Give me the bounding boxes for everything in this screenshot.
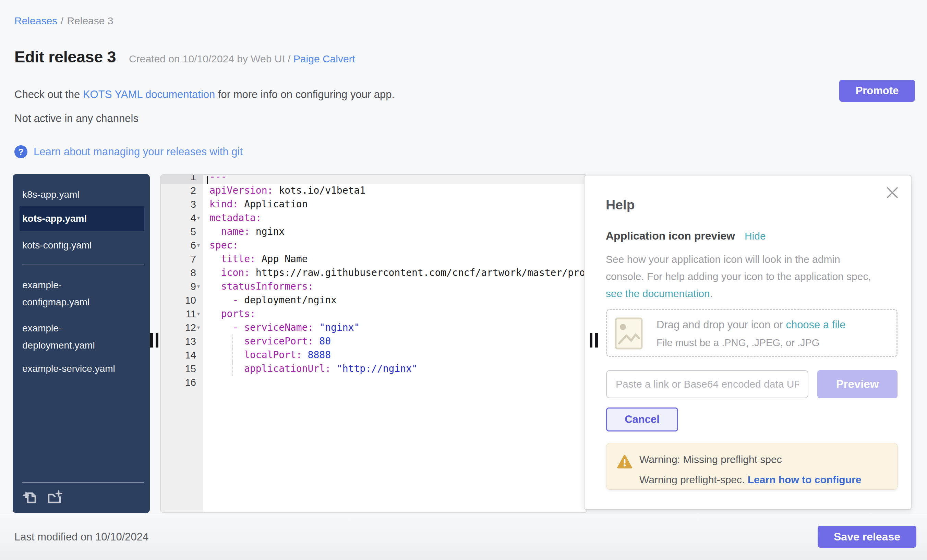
fold-arrow-icon[interactable]: ▾	[197, 238, 200, 252]
code-line[interactable]: 11▾ ports:	[161, 307, 587, 321]
breadcrumb-separator: /	[61, 15, 64, 26]
code-line[interactable]: 13 servicePort: 80	[161, 334, 587, 348]
line-number: 6	[161, 238, 196, 252]
dropzone-prompt: Drag and drop your icon or choose a file	[656, 319, 845, 331]
icon-url-input[interactable]	[606, 370, 808, 398]
code-line[interactable]: 15 applicationUrl: "http://nginx"	[161, 362, 587, 376]
yaml-editor[interactable]: 1---2apiVersion: kots.io/v1beta13kind: A…	[160, 174, 587, 513]
code-text: - deployment/nginx	[210, 293, 337, 307]
sidebar-actions	[22, 490, 144, 508]
code-line[interactable]: 8 icon: https://raw.githubusercontent.co…	[161, 266, 587, 280]
code-line[interactable]: 5 name: nginx	[161, 225, 587, 238]
fold-arrow-icon[interactable]: ▾	[197, 280, 200, 293]
created-meta: Created on 10/10/2024 by Web UI / Paige …	[129, 53, 355, 65]
save-release-button[interactable]: Save release	[818, 526, 916, 548]
resize-handle-right-bar2[interactable]	[595, 333, 598, 348]
add-file-icon[interactable]	[22, 490, 38, 505]
doc-prefix: Check out the	[14, 88, 80, 100]
fold-arrow-icon[interactable]: ▾	[197, 321, 200, 334]
sidebar-example-item[interactable]: example-service.yaml	[13, 360, 126, 377]
page-title: Edit release 3	[14, 47, 116, 66]
kots-doc-line: Check out the KOTS YAML documentation fo…	[14, 88, 395, 101]
code-text: kind: Application	[210, 197, 308, 211]
code-text: applicationUrl: "http://nginx"	[210, 362, 418, 376]
git-help-row: ? Learn about managing your releases wit…	[14, 145, 243, 158]
code-text: statusInformers:	[210, 280, 313, 293]
dropzone-prompt-text: Drag and drop your icon or	[656, 319, 783, 331]
learn-configure-link[interactable]: Learn how to configure	[748, 474, 862, 485]
line-number: 5	[161, 225, 196, 238]
line-number: 3	[161, 197, 196, 211]
warning-detail: Warning preflight-spec. Learn how to con…	[639, 473, 861, 486]
code-text: metadata:	[210, 211, 261, 225]
sidebar-bottom-divider	[22, 482, 144, 483]
fold-arrow-icon[interactable]: ▾	[197, 211, 200, 225]
code-line[interactable]: 2apiVersion: kots.io/v1beta1	[161, 184, 587, 197]
code-text: servicePort: 80	[210, 334, 331, 348]
resize-handle-left-bar1[interactable]	[150, 333, 153, 348]
line-number: 7	[161, 252, 196, 266]
code-line[interactable]: 10 - deployment/nginx	[161, 293, 587, 307]
line-number: 10	[161, 293, 196, 307]
breadcrumb: Releases/Release 3	[14, 15, 114, 27]
description-line-3: see the documentation.	[606, 285, 871, 302]
last-modified: Last modified on 10/10/2024	[14, 531, 149, 543]
kots-doc-link[interactable]: KOTS YAML documentation	[83, 88, 215, 100]
icon-dropzone[interactable]: Drag and drop your icon or choose a file…	[606, 309, 898, 357]
line-number: 4	[161, 211, 196, 225]
doc-suffix: for more info on configuring your app.	[218, 88, 395, 100]
code-line[interactable]: 14 localPort: 8888	[161, 348, 587, 362]
code-text: title: App Name	[210, 252, 308, 266]
line-number: 16	[161, 376, 196, 389]
preflight-warning: Warning: Missing preflight spec Warning …	[606, 443, 898, 490]
dropzone-hint: File must be a .PNG, .JPEG, or .JPG	[656, 337, 819, 349]
edit-release-page: Releases/Release 3 Edit release 3 Create…	[0, 0, 927, 560]
sidebar-file-item[interactable]: k8s-app.yaml	[13, 188, 144, 201]
resize-handle-right-bar1[interactable]	[590, 333, 593, 348]
code-text: - serviceName: "nginx"	[210, 321, 360, 334]
see-docs-link[interactable]: see the documentation	[606, 288, 710, 299]
code-line[interactable]: 9▾ statusInformers:	[161, 280, 587, 293]
git-releases-link[interactable]: Learn about managing your releases with …	[33, 146, 243, 158]
code-line[interactable]: 4▾metadata:	[161, 211, 587, 225]
code-cursor	[207, 176, 208, 184]
code-line[interactable]: 12▾ - serviceName: "nginx"	[161, 321, 587, 334]
help-panel: Help Application icon preview Hide See h…	[584, 175, 912, 510]
sidebar-file-item[interactable]: kots-app.yaml	[20, 206, 144, 231]
description-line-2: console. For help adding your icon to th…	[606, 268, 871, 285]
code-line[interactable]: 7 title: App Name	[161, 252, 587, 266]
code-line[interactable]: 3kind: Application	[161, 197, 587, 211]
sidebar-file-item[interactable]: kots-config.yaml	[13, 239, 144, 252]
sidebar-example-item[interactable]: example-configmap.yaml	[13, 276, 126, 311]
code-text: ports:	[210, 307, 256, 321]
close-icon[interactable]	[885, 185, 900, 200]
breadcrumb-releases-link[interactable]: Releases	[14, 15, 57, 26]
line-number: 8	[161, 266, 196, 280]
line-number: 11	[161, 307, 196, 321]
code-line[interactable]: 1---	[161, 174, 587, 184]
code-line[interactable]: 6▾spec:	[161, 238, 587, 252]
warning-icon	[617, 454, 632, 469]
sidebar-example-item[interactable]: example-deployment.yaml	[13, 320, 126, 354]
hide-link[interactable]: Hide	[745, 230, 766, 242]
preview-button[interactable]: Preview	[817, 370, 898, 398]
sidebar-example-list: example-configmap.yamlexample-deployment…	[13, 276, 150, 377]
file-sidebar: k8s-app.yamlkots-app.yamlkots-config.yam…	[13, 174, 150, 513]
code-lines: 1---2apiVersion: kots.io/v1beta13kind: A…	[161, 174, 587, 389]
cancel-button[interactable]: Cancel	[606, 407, 678, 431]
fold-arrow-icon[interactable]: ▾	[197, 307, 200, 321]
promote-button[interactable]: Promote	[839, 80, 915, 102]
resize-handle-left-bar2[interactable]	[156, 333, 158, 348]
choose-file-link[interactable]: choose a file	[786, 319, 845, 331]
breadcrumb-current: Release 3	[67, 15, 113, 26]
add-folder-icon[interactable]	[47, 490, 63, 505]
code-text: spec:	[210, 238, 238, 252]
line-number: 2	[161, 184, 196, 197]
icon-preview-header: Application icon preview Hide	[606, 230, 766, 242]
code-line[interactable]: 16	[161, 376, 587, 389]
code-text: ---	[210, 174, 227, 184]
created-by-link[interactable]: Paige Calvert	[293, 53, 355, 64]
warning-title: Warning: Missing preflight spec	[639, 454, 782, 466]
image-placeholder-icon	[615, 317, 643, 349]
code-text: icon: https://raw.githubusercontent.com/…	[210, 266, 587, 280]
